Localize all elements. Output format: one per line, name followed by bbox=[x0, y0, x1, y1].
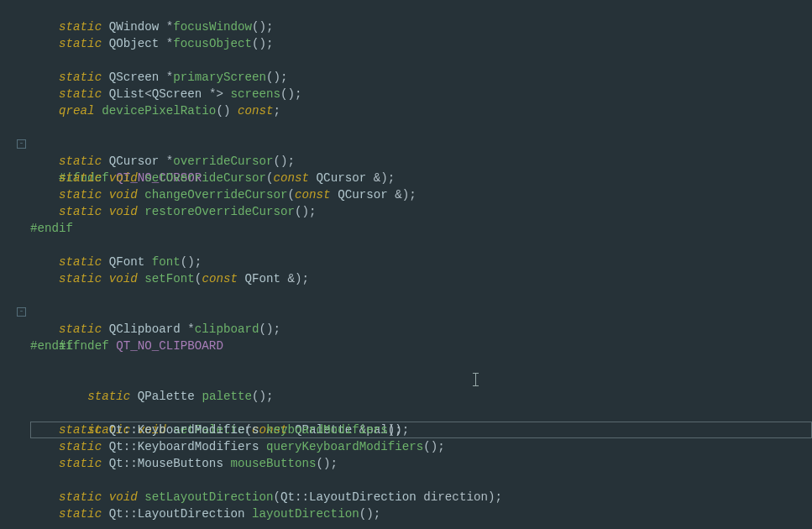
code-line bbox=[0, 237, 812, 254]
code-line: static Qt::KeyboardModifiers keyboardMod… bbox=[0, 422, 812, 438]
code-line bbox=[0, 2, 812, 18]
code-line bbox=[0, 287, 812, 304]
code-line: static QWindow *focusWindow(); bbox=[0, 18, 812, 35]
code-line: - #ifndef QT_NO_CURSOR bbox=[0, 136, 812, 153]
code-line: #endif bbox=[0, 220, 812, 237]
code-line: static void changeOverrideCursor(const Q… bbox=[0, 186, 812, 203]
code-line: #endif bbox=[0, 338, 812, 354]
code-line bbox=[0, 405, 812, 422]
code-line: static void setOverrideCursor(const QCur… bbox=[0, 170, 812, 186]
code-line: static void restoreOverrideCursor(); bbox=[0, 203, 812, 220]
code-line: static Qt::MouseButtons mouseButtons(); bbox=[0, 455, 812, 472]
code-line bbox=[0, 472, 812, 489]
code-line: static Qt::KeyboardModifiers queryKeyboa… bbox=[0, 438, 812, 455]
text-caret-icon bbox=[475, 373, 476, 386]
code-line: static QFont font(); bbox=[0, 254, 812, 270]
code-line bbox=[0, 354, 812, 371]
code-line: static QList<QScreen *> screens(); bbox=[0, 86, 812, 102]
code-line: static Qt::LayoutDirection layoutDirecti… bbox=[0, 505, 812, 522]
fold-toggle-icon[interactable]: - bbox=[17, 139, 26, 149]
code-line: qreal devicePixelRatio() const; bbox=[0, 102, 812, 119]
code-line: static QObject *focusObject(); bbox=[0, 35, 812, 52]
code-line: static QScreen *primaryScreen(); bbox=[0, 69, 812, 86]
code-line: static void setFont(const QFont &); bbox=[0, 270, 812, 287]
code-line-current: static void setPalette(const QPalette &p… bbox=[0, 388, 812, 405]
fold-toggle-icon[interactable]: - bbox=[17, 307, 26, 317]
code-line bbox=[0, 119, 812, 136]
code-line: - #ifndef QT_NO_CLIPBOARD bbox=[0, 304, 812, 321]
code-line: static void setLayoutDirection(Qt::Layou… bbox=[0, 489, 812, 505]
code-editor[interactable]: static QWindow *focusWindow(); static QO… bbox=[0, 0, 812, 522]
code-line bbox=[0, 52, 812, 69]
code-line: static QPalette palette(); bbox=[0, 371, 812, 388]
code-line: static QCursor *overrideCursor(); bbox=[0, 153, 812, 170]
code-line: static QClipboard *clipboard(); bbox=[0, 321, 812, 338]
